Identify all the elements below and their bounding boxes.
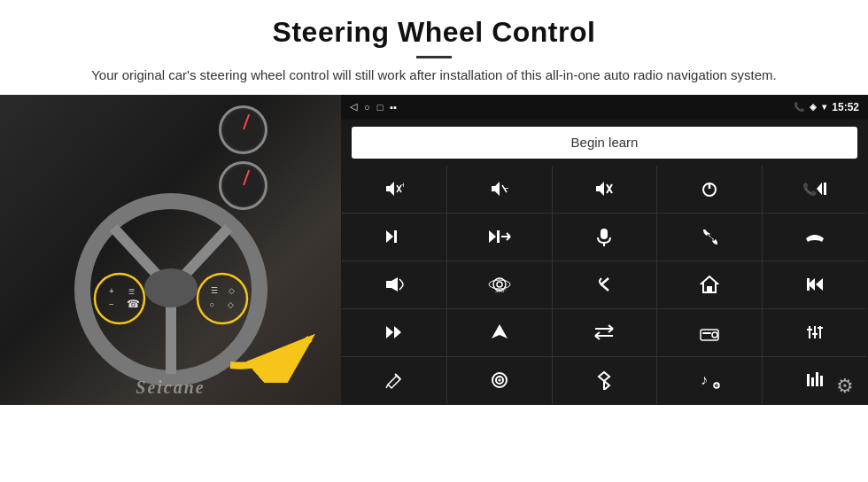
status-bar-nav: ◁ ○ □ ▪▪ — [350, 101, 397, 113]
swap-btn[interactable] — [553, 309, 657, 356]
speedometer — [219, 105, 267, 154]
svg-text:☰: ☰ — [128, 288, 135, 296]
svg-text:⚙: ⚙ — [713, 382, 719, 390]
svg-point-10 — [198, 274, 247, 323]
next-btn[interactable] — [342, 214, 446, 260]
end-call-btn[interactable] — [763, 214, 867, 260]
svg-marker-29 — [817, 183, 822, 195]
mic-btn[interactable] — [553, 214, 657, 260]
signal-icon: ▪▪ — [390, 102, 397, 113]
svg-text:○: ○ — [209, 299, 214, 309]
svg-point-42 — [497, 282, 502, 287]
content-area: + ☰ − ☎ ☰ ◇ ○ ◇ — [0, 95, 868, 405]
mute-btn[interactable] — [553, 166, 657, 213]
svg-rect-38 — [601, 229, 608, 239]
page-header: Steering Wheel Control Your original car… — [0, 0, 868, 95]
svg-rect-46 — [707, 286, 712, 292]
svg-rect-77 — [811, 377, 814, 386]
svg-marker-20 — [492, 182, 500, 196]
edit-btn[interactable] — [342, 357, 446, 404]
status-bar: ◁ ○ □ ▪▪ 📞 ◈ ▾ 15:52 — [341, 95, 868, 120]
horn-btn[interactable] — [342, 261, 446, 308]
svg-rect-59 — [701, 330, 718, 340]
radio-btn[interactable] — [657, 309, 762, 356]
nav-btn[interactable] — [447, 309, 552, 356]
svg-text:−: − — [109, 299, 114, 309]
svg-marker-33 — [489, 230, 496, 243]
header-description: Your original car's steering wheel contr… — [89, 66, 779, 86]
svg-rect-61 — [702, 332, 711, 334]
svg-rect-34 — [497, 230, 500, 243]
bluetooth-btn[interactable] — [553, 357, 657, 404]
recents-nav-icon[interactable]: □ — [377, 102, 384, 113]
record-btn[interactable] — [447, 357, 552, 404]
svg-text:360°: 360° — [495, 288, 507, 293]
eq-btn[interactable] — [763, 309, 867, 356]
title-divider — [416, 56, 452, 58]
svg-text:📞: 📞 — [802, 182, 818, 197]
svg-point-72 — [498, 379, 500, 382]
svg-rect-76 — [807, 374, 810, 386]
svg-point-4 — [144, 268, 198, 307]
home-nav-icon[interactable]: ○ — [364, 102, 370, 113]
skip-fwd-btn[interactable] — [342, 309, 446, 356]
phone-prev-btn[interactable]: 📞 — [763, 166, 867, 213]
vol-up-btn[interactable]: + — [342, 166, 446, 213]
begin-learn-row: Begin learn — [341, 120, 868, 166]
home-btn[interactable] — [657, 261, 762, 308]
settings-gear-icon[interactable]: ⚙ — [836, 375, 861, 400]
svg-marker-50 — [386, 326, 393, 338]
control-grid: + − 📞 — [342, 166, 867, 404]
back-btn[interactable] — [553, 261, 657, 308]
clock: 15:52 — [832, 101, 859, 113]
status-bar-info: 📞 ◈ ▾ 15:52 — [794, 101, 859, 113]
svg-text:−: − — [503, 183, 508, 193]
android-panel: ◁ ○ □ ▪▪ 📞 ◈ ▾ 15:52 Begin learn + − — [341, 95, 868, 405]
svg-text:☰: ☰ — [211, 286, 218, 295]
svg-marker-40 — [386, 277, 398, 292]
location-icon: ◈ — [810, 102, 817, 112]
svg-text:+: + — [401, 181, 404, 190]
car-background: + ☰ − ☎ ☰ ◇ ○ ◇ — [0, 95, 341, 405]
svg-point-60 — [712, 332, 717, 338]
svg-text:♪: ♪ — [701, 372, 708, 387]
music-btn[interactable]: ♪⚙ — [657, 357, 762, 404]
shuffle-btn[interactable] — [447, 214, 552, 260]
svg-text:☎: ☎ — [127, 298, 140, 310]
prev-track-btn[interactable] — [763, 261, 867, 308]
svg-marker-31 — [386, 230, 393, 243]
svg-text:+: + — [109, 286, 114, 296]
phone-status-icon: 📞 — [794, 102, 804, 112]
svg-marker-52 — [492, 324, 508, 338]
call-btn[interactable] — [657, 214, 762, 260]
car-image-panel: + ☰ − ☎ ☰ ◇ ○ ◇ — [0, 95, 341, 405]
cam-360-btn[interactable]: 360° — [447, 261, 552, 308]
dashboard-gauges — [217, 104, 323, 175]
vol-down-btn[interactable]: − — [447, 166, 552, 213]
begin-learn-button[interactable]: Begin learn — [352, 127, 857, 159]
page-title: Steering Wheel Control — [18, 16, 850, 49]
power-btn[interactable] — [657, 166, 762, 213]
svg-text:◇: ◇ — [228, 300, 234, 309]
svg-line-69 — [386, 385, 388, 388]
svg-marker-23 — [596, 182, 604, 196]
svg-marker-16 — [386, 182, 394, 196]
svg-rect-79 — [820, 376, 823, 386]
back-nav-icon[interactable]: ◁ — [350, 101, 357, 113]
svg-marker-48 — [816, 278, 823, 291]
svg-rect-30 — [824, 183, 826, 195]
svg-rect-32 — [394, 230, 397, 243]
seicane-watermark: Seicane — [136, 377, 205, 398]
svg-text:◇: ◇ — [229, 286, 235, 295]
yellow-arrow — [221, 321, 337, 383]
svg-marker-51 — [394, 326, 401, 338]
wifi-icon: ▾ — [822, 102, 826, 112]
svg-rect-78 — [816, 372, 818, 386]
